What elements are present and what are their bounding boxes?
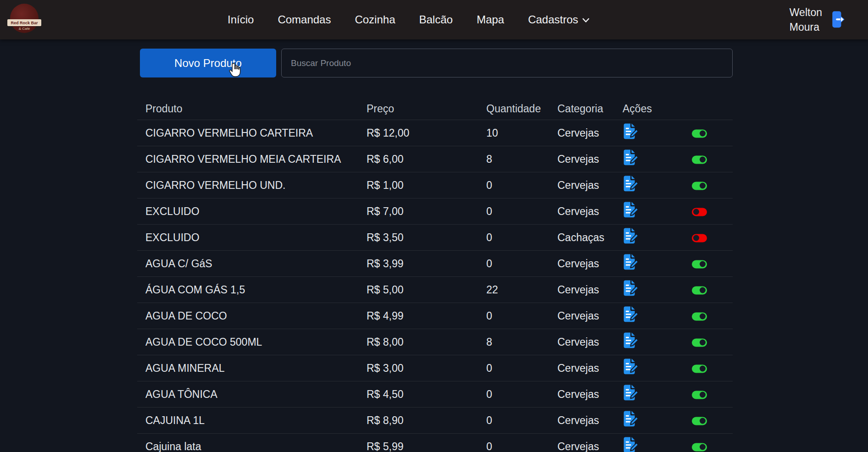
user-box: Welton Moura xyxy=(790,0,846,39)
active-toggle[interactable] xyxy=(692,182,707,190)
edit-icon[interactable] xyxy=(623,384,639,402)
product-quantity: 0 xyxy=(486,414,492,427)
product-name: ÁGUA COM GÁS 1,5 xyxy=(145,284,245,296)
product-quantity: 0 xyxy=(486,205,492,218)
product-category: Cervejas xyxy=(557,441,599,452)
col-preco: Preço xyxy=(367,102,394,115)
active-toggle[interactable] xyxy=(692,286,707,294)
product-quantity: 0 xyxy=(486,258,492,270)
product-quantity: 8 xyxy=(486,336,492,348)
table-row: CAJUINA 1L R$ 8,90 0 Cervejas xyxy=(137,408,733,434)
products-table: Produto Preço Quantidade Categoria Ações… xyxy=(137,97,733,452)
edit-icon[interactable] xyxy=(623,280,639,297)
product-name: CIGARRO VERMELHO UND. xyxy=(145,179,285,192)
table-row: ÁGUA COM GÁS 1,5 R$ 5,00 22 Cervejas xyxy=(137,277,733,303)
edit-icon[interactable] xyxy=(623,149,639,166)
active-toggle[interactable] xyxy=(692,129,707,138)
table-row: CIGARRO VERMELHO MEIA CARTEIRA R$ 6,00 8… xyxy=(137,146,733,172)
product-name: EXCLUIDO xyxy=(145,205,200,218)
active-toggle[interactable] xyxy=(692,391,707,399)
product-category: Cervejas xyxy=(557,362,599,375)
table-row: AGUA DE COCO R$ 4,99 0 Cervejas xyxy=(137,303,733,329)
table-row: CIGARRO VERMELHO CARTEIRA R$ 12,00 10 Ce… xyxy=(137,120,733,146)
product-price: R$ 3,50 xyxy=(367,232,404,244)
product-price: R$ 4,99 xyxy=(367,310,404,322)
user-name: Welton Moura xyxy=(790,5,822,34)
logo-title: Red Rock Bar xyxy=(7,19,41,26)
chevron-down-icon xyxy=(582,18,590,23)
product-quantity: 8 xyxy=(486,153,492,165)
product-quantity: 22 xyxy=(486,284,498,296)
active-toggle[interactable] xyxy=(692,260,707,268)
product-price: R$ 8,00 xyxy=(367,336,404,348)
active-toggle[interactable] xyxy=(692,338,707,347)
nav-item-inicio[interactable]: Início xyxy=(228,13,254,26)
logout-icon[interactable] xyxy=(831,10,846,30)
product-quantity: 0 xyxy=(486,232,492,244)
edit-icon[interactable] xyxy=(623,201,639,219)
table-header: Produto Preço Quantidade Categoria Ações xyxy=(137,97,733,120)
product-name: AGUA MINERAL xyxy=(145,362,225,375)
col-categoria: Categoria xyxy=(557,102,603,115)
main-nav: Início Comandas Cozinha Balcão Mapa Cada… xyxy=(228,0,590,39)
table-row: AGUA MINERAL R$ 3,00 0 Cervejas xyxy=(137,355,733,381)
logo-subtitle: & Café xyxy=(8,27,40,31)
edit-icon[interactable] xyxy=(623,227,639,245)
product-category: Cervejas xyxy=(557,336,599,348)
product-name: CAJUINA 1L xyxy=(145,414,205,427)
product-category: Cervejas xyxy=(557,258,599,270)
product-price: R$ 7,00 xyxy=(367,205,404,218)
edit-icon[interactable] xyxy=(623,410,639,428)
table-row: Cajuina lata R$ 5,99 0 Cervejas xyxy=(137,434,733,452)
active-toggle[interactable] xyxy=(692,312,707,320)
product-name: AGUA C/ GáS xyxy=(145,258,212,270)
nav-item-mapa[interactable]: Mapa xyxy=(477,13,504,26)
product-name: CIGARRO VERMELHO MEIA CARTEIRA xyxy=(145,153,341,165)
product-name: AGUA DE COCO 500ML xyxy=(145,336,262,348)
product-price: R$ 5,99 xyxy=(367,441,404,452)
new-product-button[interactable]: Novo Produto xyxy=(140,49,276,77)
edit-icon[interactable] xyxy=(623,123,639,140)
product-name: CIGARRO VERMELHO CARTEIRA xyxy=(145,127,313,139)
product-price: R$ 1,00 xyxy=(367,179,404,192)
product-price: R$ 3,99 xyxy=(367,258,404,270)
nav-item-comandas[interactable]: Comandas xyxy=(278,13,331,26)
product-quantity: 10 xyxy=(486,127,498,139)
product-price: R$ 4,50 xyxy=(367,388,404,401)
product-name: EXCLUIDO xyxy=(145,232,200,244)
table-row: CIGARRO VERMELHO UND. R$ 1,00 0 Cervejas xyxy=(137,172,733,198)
active-toggle[interactable] xyxy=(692,417,707,425)
table-body: CIGARRO VERMELHO CARTEIRA R$ 12,00 10 Ce… xyxy=(137,120,733,452)
product-quantity: 0 xyxy=(486,179,492,192)
app-logo[interactable]: Red Rock Bar & Café xyxy=(8,3,40,36)
edit-icon[interactable] xyxy=(623,436,639,452)
product-name: AGUA DE COCO xyxy=(145,310,227,322)
product-quantity: 0 xyxy=(486,310,492,322)
edit-icon[interactable] xyxy=(623,254,639,271)
product-name: Cajuina lata xyxy=(145,441,201,452)
active-toggle[interactable] xyxy=(692,155,707,164)
top-navbar: Red Rock Bar & Café Início Comandas Cozi… xyxy=(0,0,868,39)
product-price: R$ 5,00 xyxy=(367,284,404,296)
product-quantity: 0 xyxy=(486,441,492,452)
nav-item-balcao[interactable]: Balcão xyxy=(419,13,453,26)
edit-icon[interactable] xyxy=(623,306,639,323)
active-toggle[interactable] xyxy=(692,208,707,216)
edit-icon[interactable] xyxy=(623,332,639,349)
nav-item-cadastros[interactable]: Cadastros xyxy=(528,13,590,26)
product-category: Cervejas xyxy=(557,153,599,165)
active-toggle[interactable] xyxy=(692,234,707,242)
product-category: Cervejas xyxy=(557,284,599,296)
product-category: Cervejas xyxy=(557,414,599,427)
product-quantity: 0 xyxy=(486,388,492,401)
table-row: AGUA C/ GáS R$ 3,99 0 Cervejas xyxy=(137,251,733,277)
edit-icon[interactable] xyxy=(623,358,639,375)
active-toggle[interactable] xyxy=(692,443,707,451)
active-toggle[interactable] xyxy=(692,364,707,373)
product-category: Cervejas xyxy=(557,388,599,401)
nav-item-cozinha[interactable]: Cozinha xyxy=(355,13,395,26)
edit-icon[interactable] xyxy=(623,175,639,193)
product-category: Cervejas xyxy=(557,205,599,218)
product-category: Cervejas xyxy=(557,127,599,139)
search-input[interactable] xyxy=(281,49,733,77)
